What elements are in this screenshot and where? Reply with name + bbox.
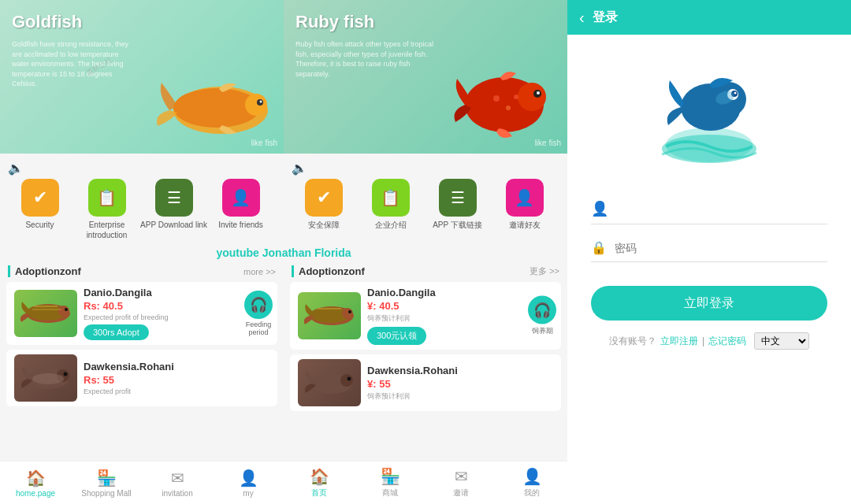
- left-panel: Goldfish Goldfish have strong resistance…: [0, 0, 567, 504]
- icon-invite-cn[interactable]: 👤 邀请好友: [491, 179, 558, 230]
- svg-point-25: [348, 310, 351, 313]
- fish-card-en-0-img: [14, 290, 77, 337]
- adoption-title-cn: Adoptionzonf: [292, 265, 365, 277]
- svg-point-24: [342, 308, 353, 319]
- icon-enterprise-label: Enterprise introduction: [73, 220, 140, 240]
- feed-label-cn-0: 饲养期: [528, 326, 556, 336]
- svg-point-28: [340, 374, 353, 387]
- feed-info-en-0: 🎧 Feeding period: [244, 291, 273, 336]
- svg-point-6: [518, 83, 546, 111]
- icon-invite[interactable]: 👤 Invite friends: [207, 179, 274, 240]
- svg-point-36: [734, 92, 737, 94]
- forgot-link[interactable]: 忘记密码: [708, 335, 746, 348]
- svg-point-15: [65, 308, 68, 311]
- nav-shopping-en[interactable]: 🏪 Shopping Mall: [71, 461, 142, 504]
- nav-my-cn-label: 我的: [524, 487, 540, 498]
- adoption-header-cn: Adoptionzonf 更多 >>: [284, 261, 567, 282]
- nav-home-en[interactable]: 🏠 home.page: [0, 461, 71, 504]
- icon-enterprise-cn[interactable]: 📋 企业介绍: [357, 179, 424, 230]
- svg-point-29: [347, 377, 351, 381]
- back-button[interactable]: ‹: [579, 9, 585, 27]
- password-input[interactable]: [615, 242, 827, 254]
- icon-app-download-label: APP Download link: [140, 220, 207, 230]
- bottom-nav-en: 🏠 home.page 🏪 Shopping Mall ✉ invitation…: [0, 461, 284, 504]
- fish-card-en-1-info: Dawkensia.Rohani Rs: 55 Expected profit: [77, 361, 269, 395]
- sound-icon-en: 🔈: [8, 161, 24, 176]
- fish-card-cn-0-img: [298, 292, 361, 339]
- rohani-fish-cn: [302, 363, 357, 402]
- icon-security[interactable]: ✔ Security: [6, 179, 73, 240]
- register-link[interactable]: 立即注册: [660, 335, 698, 348]
- nav-my-en-label: my: [243, 489, 253, 498]
- home-icon-cn: 🏠: [310, 467, 329, 486]
- svg-point-14: [58, 306, 69, 317]
- feed-period-en-0: period: [244, 328, 273, 336]
- danio-fish-en: [18, 294, 73, 333]
- fish-card-en-1: Dawkensia.Rohani Rs: 55 Expected profit: [6, 350, 277, 406]
- fish-meta-cn-1: 饲养预计利润: [367, 391, 553, 402]
- fish-price-cn-1: ¥: 55: [367, 378, 553, 390]
- shopping-icon-cn: 🏪: [381, 467, 400, 486]
- login-button[interactable]: 立即登录: [591, 286, 827, 321]
- adopt-btn-cn-0[interactable]: 300元认领: [367, 327, 426, 345]
- fish-name-en-0: Danio.Dangila: [84, 287, 269, 298]
- icon-enterprise-cn-label: 企业介绍: [375, 220, 407, 230]
- nav-invite-cn[interactable]: ✉ 邀请: [426, 461, 496, 504]
- rohani-fish-en: [18, 358, 73, 398]
- svg-point-10: [506, 106, 511, 110]
- danio-fish-cn: [302, 296, 357, 335]
- fish-card-cn-0-info: Danio.Dangila ¥: 40.5 饲养预计利润 300元认领: [361, 287, 553, 345]
- rubyfish-image: [449, 59, 559, 146]
- user-icon: 👤: [591, 200, 608, 217]
- nav-my-cn[interactable]: 👤 我的: [496, 461, 567, 504]
- language-select[interactable]: 中文 English: [754, 332, 809, 350]
- logo-area: [567, 35, 851, 184]
- separator: |: [702, 335, 704, 346]
- fish-card-cn-1-img: [298, 359, 361, 406]
- fish-meta-cn-0: 饲养预计利润: [367, 313, 553, 324]
- invitation-icon-en: ✉: [171, 469, 184, 487]
- adoption-more-cn[interactable]: 更多 >>: [530, 265, 559, 277]
- fish-price-cn-0: ¥: 40.5: [367, 300, 553, 312]
- icon-invite-cn-label: 邀请好友: [509, 220, 541, 230]
- nav-home-cn[interactable]: 🏠 首页: [284, 461, 355, 504]
- right-panel: ‹ 登录: [567, 0, 851, 504]
- icon-app-download[interactable]: ☰ APP Download link: [140, 179, 207, 240]
- svg-point-2: [245, 94, 267, 116]
- fish-price-en-1: Rs: 55: [84, 374, 269, 386]
- nav-my-en[interactable]: 👤 my: [213, 461, 284, 504]
- nav-invite-cn-label: 邀请: [453, 487, 469, 498]
- adopt-btn-en-0[interactable]: 300rs Adopt: [84, 324, 149, 340]
- nav-invitation-en-label: invitation: [162, 489, 192, 498]
- feed-info-cn-0: 🎧 饲养期: [528, 296, 556, 336]
- home-icon-en: 🏠: [26, 469, 46, 487]
- fish-meta-en-0: Expected profit of breeding: [84, 313, 269, 321]
- fish-card-en-0: Danio.Dangila Rs: 40.5 Expected profit o…: [6, 282, 277, 345]
- username-input[interactable]: [616, 202, 827, 215]
- rubyfish-title: Ruby fish: [295, 12, 374, 32]
- my-icon-cn: 👤: [522, 467, 542, 486]
- icon-security-cn[interactable]: ✔ 安全保障: [290, 179, 357, 230]
- fish-card-en-0-info: Danio.Dangila Rs: 40.5 Expected profit o…: [77, 287, 269, 340]
- adoption-col-cn: Adoptionzonf 更多 >> D: [284, 261, 567, 461]
- username-group: 👤: [591, 200, 827, 224]
- nav-home-cn-label: 首页: [311, 487, 327, 498]
- icon-enterprise[interactable]: 📋 Enterprise introduction: [73, 179, 140, 240]
- goldfish-banner[interactable]: Goldfish Goldfish have strong resistance…: [0, 0, 284, 154]
- fish-card-cn-1-info: Dawkensia.Rohani ¥: 55 饲养预计利润: [361, 365, 553, 402]
- icon-app-download-cn[interactable]: ☰ APP 下载链接: [424, 179, 491, 230]
- bottom-nav-cn: 🏠 首页 🏪 商城 ✉ 邀请 👤 我的: [284, 461, 567, 504]
- login-header: ‹ 登录: [567, 0, 851, 35]
- shopping-icon-en: 🏪: [97, 469, 117, 487]
- adoption-section: Adoptionzonf more >>: [0, 261, 567, 461]
- nav-invitation-en[interactable]: ✉ invitation: [142, 461, 213, 504]
- rubyfish-banner[interactable]: Ruby fish Ruby fish often attack other t…: [284, 0, 567, 154]
- adoption-more-en[interactable]: more >>: [243, 267, 276, 276]
- icon-app-download-cn-label: APP 下载链接: [433, 220, 482, 230]
- sound-row-en: 🔈: [0, 157, 284, 176]
- nav-shopping-cn[interactable]: 🏪 商城: [355, 461, 426, 504]
- adoption-header-en: Adoptionzonf more >>: [0, 261, 284, 282]
- adoption-title-en: Adoptionzonf: [8, 265, 81, 277]
- fish-name-en-1: Dawkensia.Rohani: [84, 361, 269, 372]
- support-avatar-cn-0: 🎧: [528, 296, 556, 324]
